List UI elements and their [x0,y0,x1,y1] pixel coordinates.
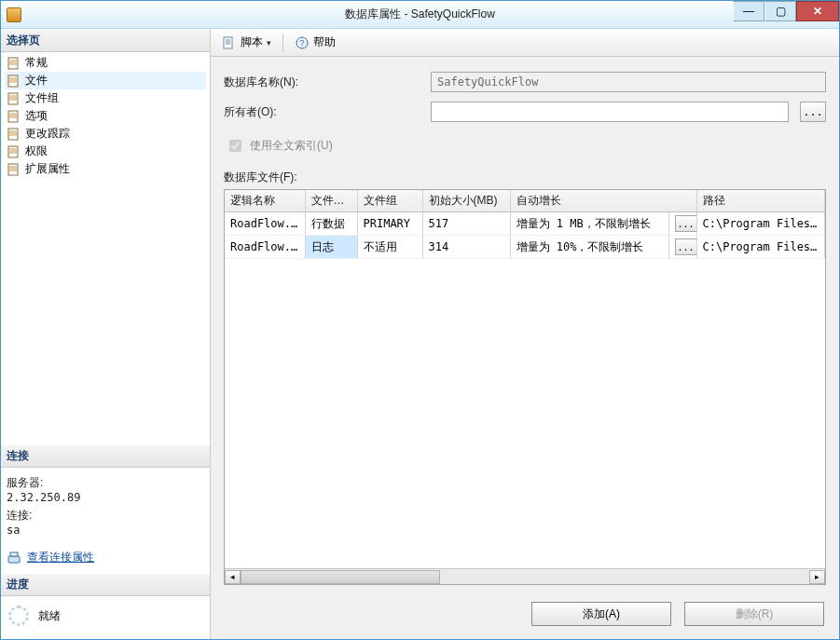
cell-filegroup[interactable]: 不适用 [357,236,422,259]
page-label: 选项 [25,108,48,124]
cell-filegroup[interactable]: PRIMARY [357,212,422,236]
server-value: 2.32.250.89 [7,491,204,504]
cell-file-type[interactable]: 日志 [305,236,357,259]
script-button[interactable]: 脚本 ▾ [218,33,275,52]
owner-browse-button[interactable]: ... [800,102,826,122]
page-label: 更改跟踪 [25,126,70,142]
window-title: 数据库属性 - SafetyQuickFlow [1,7,839,22]
window-buttons: — ▢ ✕ [733,1,839,28]
scroll-thumb[interactable] [241,570,440,584]
svg-rect-1 [8,75,18,87]
add-button[interactable]: 添加(A) [531,602,671,626]
cell-init-size[interactable]: 314 [422,236,510,259]
cell-file-type[interactable]: 行数据 [305,212,357,236]
scroll-left-button[interactable]: ◂ [225,570,241,584]
right-pane: 脚本 ▾ ? 帮助 数据库名称(N): 所有者(O): ... 使用全文索 [211,29,839,639]
col-filegroup[interactable]: 文件组 [357,190,422,212]
svg-rect-6 [8,164,18,175]
page-icon [7,162,21,177]
page-label: 扩展属性 [25,161,70,177]
svg-rect-2 [8,93,18,104]
files-table[interactable]: 逻辑名称 文件类型 文件组 初始大小(MB) 自动增长 路径 RoadFlow.… [225,190,825,259]
svg-rect-3 [8,111,18,122]
owner-input[interactable] [431,102,789,122]
autogrow-edit-button[interactable]: ... [675,238,697,255]
scroll-track[interactable] [241,570,809,584]
table-row[interactable]: RoadFlow... 行数据 PRIMARY 517 增量为 1 MB，不限制… [225,212,825,236]
owner-label: 所有者(O): [224,104,420,120]
page-icon [7,56,21,71]
page-label: 常规 [25,55,48,71]
conn-label: 连接: [7,508,204,524]
script-icon [222,35,237,50]
cell-logical-name[interactable]: RoadFlow... [225,212,305,236]
app-icon [7,7,21,22]
page-label: 文件组 [25,90,59,106]
col-init-size[interactable]: 初始大小(MB) [422,190,510,212]
conn-value: sa [7,524,204,537]
connection-props-icon [7,551,21,565]
maximize-button[interactable]: ▢ [764,1,796,21]
page-list: 常规 文件 文件组 选项 更改跟踪 [1,52,210,444]
page-item-files[interactable]: 文件 [5,72,206,89]
col-autogrow[interactable]: 自动增长 [510,190,696,212]
progress-header: 进度 [1,573,210,596]
page-icon [7,74,21,89]
page-icon [7,109,21,124]
page-item-permissions[interactable]: 权限 [5,143,206,160]
help-label: 帮助 [313,34,336,50]
horizontal-scrollbar[interactable]: ◂ ▸ [225,568,825,584]
grid-empty-area [225,259,825,568]
progress-block: 就绪 [1,596,210,639]
svg-text:?: ? [299,38,304,48]
page-icon [7,144,21,159]
page-label: 权限 [25,143,48,159]
page-item-general[interactable]: 常规 [5,54,206,72]
cell-init-size[interactable]: 517 [422,212,510,236]
dropdown-arrow-icon: ▾ [267,38,271,48]
action-buttons: 添加(A) 删除(R) [211,592,839,639]
progress-status: 就绪 [38,608,61,624]
page-label: 文件 [25,73,48,89]
cell-path[interactable]: C:\Program Files\Micr [696,212,825,236]
page-item-options[interactable]: 选项 [5,107,206,125]
svg-rect-4 [8,129,18,140]
toolbar: 脚本 ▾ ? 帮助 [211,29,839,57]
svg-rect-7 [8,556,20,563]
server-label: 服务器: [7,475,204,491]
connection-header: 连接 [1,444,210,468]
minimize-button[interactable]: — [733,1,764,21]
svg-rect-9 [224,37,232,48]
database-properties-dialog: 数据库属性 - SafetyQuickFlow — ▢ ✕ 选择页 常规 文件 [0,0,840,640]
col-logical-name[interactable]: 逻辑名称 [225,190,305,212]
close-button[interactable]: ✕ [796,1,839,21]
form-area: 数据库名称(N): 所有者(O): ... 使用全文索引(U) [211,57,839,162]
fulltext-checkbox [229,140,241,152]
table-row[interactable]: RoadFlow... 日志 不适用 314 增量为 10%，不限制增长 ...… [225,236,825,259]
remove-button[interactable]: 删除(R) [684,602,824,626]
progress-spinner-icon [8,606,29,626]
page-item-filegroups[interactable]: 文件组 [5,89,206,107]
help-icon: ? [295,35,310,50]
table-header-row: 逻辑名称 文件类型 文件组 初始大小(MB) 自动增长 路径 [225,190,825,212]
cell-autogrow[interactable]: 增量为 10%，不限制增长 [510,236,668,259]
page-item-changetracking[interactable]: 更改跟踪 [5,125,206,143]
select-page-header: 选择页 [1,29,210,52]
db-name-input[interactable] [431,72,826,92]
cell-path[interactable]: C:\Program Files\Micr [696,236,825,259]
view-connection-properties-link[interactable]: 查看连接属性 [27,550,94,565]
autogrow-edit-button[interactable]: ... [675,215,697,232]
fulltext-label: 使用全文索引(U) [250,138,333,154]
connection-info: 服务器: 2.32.250.89 连接: sa [1,468,210,542]
db-name-label: 数据库名称(N): [224,75,420,90]
script-label: 脚本 [241,34,263,50]
page-item-extendedprops[interactable]: 扩展属性 [5,160,206,178]
titlebar: 数据库属性 - SafetyQuickFlow — ▢ ✕ [1,1,839,29]
col-file-type[interactable]: 文件类型 [305,190,357,212]
cell-autogrow[interactable]: 增量为 1 MB，不限制增长 [510,212,668,236]
files-grid: 逻辑名称 文件类型 文件组 初始大小(MB) 自动增长 路径 RoadFlow.… [224,189,826,585]
cell-logical-name[interactable]: RoadFlow... [225,236,305,259]
help-button[interactable]: ? 帮助 [291,33,339,52]
col-path[interactable]: 路径 [696,190,825,212]
scroll-right-button[interactable]: ▸ [809,570,825,584]
